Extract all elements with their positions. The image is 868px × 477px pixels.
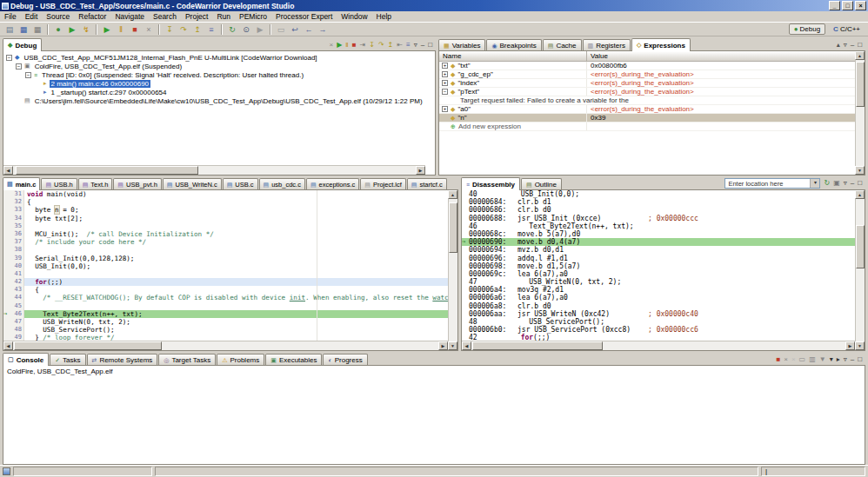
scroll-right-icon[interactable]: ▶ xyxy=(416,166,425,175)
breakpoint-gutter[interactable] xyxy=(3,294,10,301)
code-line[interactable]: 31void main(void) xyxy=(3,190,448,198)
menu-processor-expert[interactable]: Processor Expert xyxy=(271,12,337,21)
last-edit-location-button[interactable]: ↩ xyxy=(288,23,302,36)
expressions-view-scroll-thumb[interactable] xyxy=(856,62,865,107)
code-line[interactable]: 33 byte n = 0; xyxy=(3,206,448,214)
value-column-header[interactable]: Value xyxy=(587,51,855,61)
tab-outline[interactable]: ▤Outline xyxy=(521,178,562,190)
code-line[interactable]: 37 /* include your code here */ xyxy=(3,238,448,246)
breakpoint-gutter[interactable] xyxy=(3,278,10,286)
collapse-all-button[interactable]: ▴ xyxy=(837,41,840,50)
disasm-instruction-line[interactable]: 000006a4:mov3q #2,d1 xyxy=(462,286,855,294)
breakpoint-gutter[interactable] xyxy=(3,215,10,222)
name-column-header[interactable]: Name xyxy=(439,51,587,61)
remove-all-terminated-button[interactable]: × xyxy=(330,41,334,50)
disassembly-area[interactable]: 40 USB_Init(0,0);00000684:clr.b d1000006… xyxy=(462,190,855,341)
disconnect-button[interactable]: × xyxy=(142,23,156,36)
scroll-down-icon[interactable]: ▼ xyxy=(855,341,865,350)
scroll-up-icon[interactable]: ▲ xyxy=(448,190,457,199)
scroll-up-icon[interactable]: ▲ xyxy=(855,190,865,199)
expand-icon[interactable]: + xyxy=(442,63,448,69)
refresh-debug-button[interactable]: ↻ xyxy=(225,23,239,36)
expression-detail-row[interactable]: Target request failed: Failed to create … xyxy=(439,96,855,105)
suspend-button[interactable]: ‖ xyxy=(345,41,348,50)
disassembly-scroll-thumb[interactable] xyxy=(472,341,603,350)
expression-row[interactable]: +◆"g_cdc_ep"<error(s)_during_the_evaluat… xyxy=(439,70,855,79)
tab-usb-cdc-c[interactable]: ▤usb_cdc.c xyxy=(259,178,305,190)
menu-refactor[interactable]: Refactor xyxy=(74,12,110,21)
maximize-button[interactable]: □ xyxy=(858,355,862,364)
scroll-up-icon[interactable]: ▲ xyxy=(855,51,865,60)
view-menu-button[interactable]: ▿ xyxy=(844,179,847,188)
minimize-window-button[interactable]: _ xyxy=(829,1,840,10)
tab-text-h[interactable]: ▤Text.h xyxy=(78,178,113,190)
code-line[interactable]: →46 Text_Byte2Text(n++, txt); xyxy=(3,310,448,318)
instruction-stepping-button[interactable]: ≡ xyxy=(204,23,218,36)
collapse-icon[interactable]: − xyxy=(25,72,31,78)
debug-tree-row[interactable]: ▤C:\Users\jim.fell\Source\Embedded\Life\… xyxy=(3,96,435,105)
expression-row[interactable]: ◆"n"0x39 xyxy=(439,114,855,123)
minimize-button[interactable]: – xyxy=(851,179,854,188)
minimize-button[interactable]: – xyxy=(851,41,854,50)
breakpoint-gutter[interactable] xyxy=(3,302,10,310)
expand-icon[interactable]: + xyxy=(442,106,448,112)
debug-tree-row[interactable]: ▸2 main() main.c:46 0x00000690 xyxy=(3,79,435,88)
breakpoint-gutter[interactable] xyxy=(3,230,10,238)
tab-registers[interactable]: ▥Registers xyxy=(583,39,631,51)
collapse-icon[interactable]: − xyxy=(6,55,12,61)
maximize-window-button[interactable]: □ xyxy=(842,1,853,10)
disasm-source-line[interactable]: 48 USB_ServicePort(); xyxy=(462,318,855,326)
code-line[interactable]: 41 xyxy=(3,270,448,278)
disasm-source-line[interactable]: 40 USB_Init(0,0); xyxy=(462,190,855,198)
debug-tree-row[interactable]: ▸1 _startup() startcf.c:297 0x00000654 xyxy=(3,88,435,96)
code-line[interactable]: 34 byte txt[2]; xyxy=(3,215,448,222)
save-button[interactable]: ▦ xyxy=(17,23,30,36)
code-line[interactable]: 47 USB_WriteN(0, txt, 2); xyxy=(3,318,448,326)
step-into-button[interactable]: ↧ xyxy=(163,23,177,36)
step-over-button[interactable]: ↷ xyxy=(177,23,190,36)
run-button[interactable]: ▶ xyxy=(65,23,79,36)
terminate-button[interactable]: ■ xyxy=(128,23,142,36)
add-expression-row[interactable]: ⊕Add new expression xyxy=(439,123,855,131)
minimize-button[interactable]: – xyxy=(851,355,854,364)
collapse-icon[interactable]: − xyxy=(16,63,22,70)
step-into-button[interactable]: ↧ xyxy=(369,41,375,50)
view-menu-button[interactable]: ▿ xyxy=(844,355,847,364)
tab-usb-pvt-h[interactable]: ▤USB_pvt.h xyxy=(113,178,161,190)
disassembly-hscrollbar[interactable]: ◀▶ xyxy=(462,341,855,350)
breakpoint-gutter[interactable] xyxy=(3,222,10,230)
tab-expressions[interactable]: ◇Expressions xyxy=(631,38,691,51)
code-line[interactable]: 44 /* __RESET_WATCHDOG(); By default COP… xyxy=(3,294,448,301)
breakpoint-gutter[interactable] xyxy=(3,318,10,326)
scroll-down-icon[interactable]: ▼ xyxy=(855,166,865,175)
expression-row[interactable]: +◆"txt"0x00800fb6 xyxy=(439,62,855,70)
expression-row[interactable]: +◆"a0"<error(s)_during_the_evaluation> xyxy=(439,105,855,114)
scroll-left-icon[interactable]: ◀ xyxy=(462,341,471,350)
status-icon[interactable] xyxy=(3,467,10,475)
menu-file[interactable]: File xyxy=(0,12,21,21)
tab-problems[interactable]: ⚠Problems xyxy=(217,354,264,366)
expressions-view-vscrollbar[interactable]: ▲▼ xyxy=(855,51,865,175)
editor-scroll-thumb[interactable] xyxy=(449,202,457,253)
editor-scroll-thumb[interactable] xyxy=(14,341,162,350)
code-line[interactable]: 48 USB_ServicePort(); xyxy=(3,326,448,334)
disasm-instruction-line[interactable]: 000006a6:lea 6(a7),a0 xyxy=(462,294,855,301)
debug-view-hscrollbar[interactable]: ◀▶ xyxy=(3,165,425,175)
tab-target-tasks[interactable]: ◎Target Tasks xyxy=(158,354,216,366)
drop-to-frame-button[interactable]: ⇤ xyxy=(397,41,403,50)
code-line[interactable]: 35 xyxy=(3,222,448,230)
refresh-button[interactable]: ↻ xyxy=(824,179,830,188)
breakpoint-gutter[interactable] xyxy=(3,334,10,341)
breakpoint-gutter[interactable] xyxy=(3,255,10,262)
new-button[interactable]: ▤ xyxy=(3,23,17,36)
tab-usb-writen-c[interactable]: ▤USB_WriteN.c xyxy=(163,178,222,190)
code-line[interactable]: 38 xyxy=(3,246,448,254)
expand-icon[interactable]: + xyxy=(442,71,448,77)
clear-console-button[interactable]: ▭ xyxy=(799,355,806,364)
search-button[interactable]: ⊙ xyxy=(239,23,253,36)
tab-remote-systems[interactable]: ⇄Remote Systems xyxy=(87,354,158,366)
breakpoint-gutter[interactable] xyxy=(3,206,10,214)
breakpoint-gutter[interactable] xyxy=(3,198,10,206)
location-dropdown-icon[interactable]: ▾ xyxy=(810,179,819,188)
disasm-instruction-line[interactable]: 00000694:mvz.b d0,d1 xyxy=(462,246,855,254)
